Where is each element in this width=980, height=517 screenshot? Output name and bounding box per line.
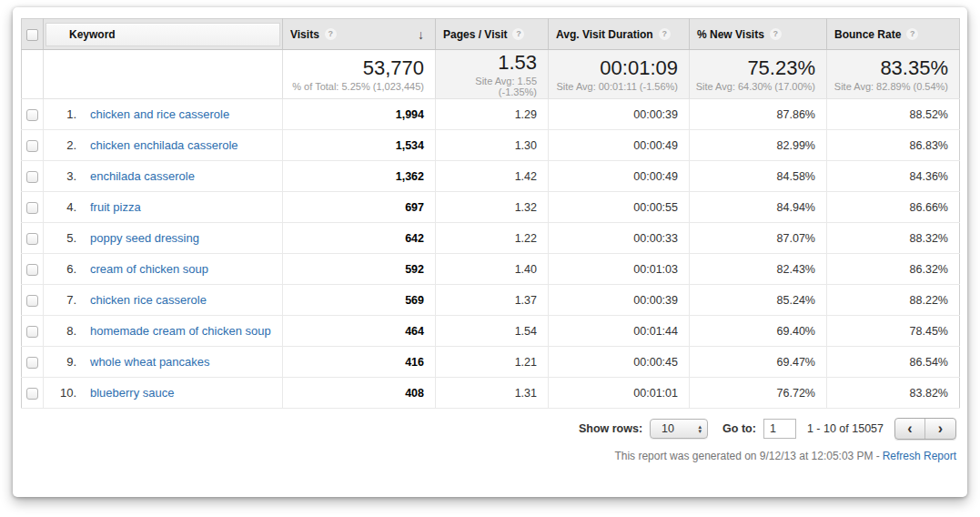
column-header-visits[interactable]: Visits ? ↓ <box>283 19 436 50</box>
table-row: 6.cream of chicken soup5921.4000:01:0382… <box>22 254 960 285</box>
row-range-text: 1 - 10 of 15057 <box>807 422 884 435</box>
table-row: 9.whole wheat pancakes4161.2100:00:4569.… <box>22 347 960 378</box>
row-checkbox[interactable] <box>26 233 38 245</box>
summary-visits-subtext: % of Total: 5.25% (1,023,445) <box>283 81 435 92</box>
row-rank: 1. <box>55 107 76 121</box>
table-body: 1.chicken and rice casserole1,9941.2900:… <box>22 99 960 409</box>
summary-bounce-value: 83.35% <box>827 57 959 79</box>
row-rank: 9. <box>55 355 76 369</box>
help-icon[interactable]: ? <box>512 28 524 40</box>
show-rows-select[interactable]: 10 ▴▾ <box>650 419 708 439</box>
keyword-link[interactable]: chicken rice casserole <box>90 293 207 307</box>
pct-new-visits-cell: 82.99% <box>690 130 827 161</box>
keyword-link[interactable]: enchilada casserole <box>90 169 195 183</box>
row-checkbox[interactable] <box>26 326 38 338</box>
help-icon[interactable]: ? <box>325 28 337 40</box>
avg-visit-duration-cell: 00:01:03 <box>549 254 690 285</box>
show-rows-label: Show rows: <box>579 422 642 435</box>
bounce-rate-cell: 86.54% <box>827 347 960 378</box>
visits-cell: 642 <box>283 223 436 254</box>
keyword-cell: 1.chicken and rice casserole <box>44 99 283 130</box>
report-card: Keyword Visits ? ↓ Pages / Visit ? <box>13 7 967 497</box>
help-icon[interactable]: ? <box>770 28 782 40</box>
keyword-cell: 4.fruit pizza <box>44 192 283 223</box>
sort-desc-icon: ↓ <box>418 27 424 42</box>
avg-visit-duration-cell: 00:00:49 <box>549 161 690 192</box>
pages-per-visit-cell: 1.29 <box>436 99 549 130</box>
column-header-avg-visit-duration[interactable]: Avg. Visit Duration ? <box>549 19 690 50</box>
avg-visit-duration-cell: 00:00:39 <box>549 99 690 130</box>
summary-pages-value: 1.53 <box>436 52 548 74</box>
row-rank: 3. <box>55 169 76 183</box>
refresh-report-link[interactable]: Refresh Report <box>883 450 956 462</box>
keyword-dimension-button[interactable]: Keyword <box>45 23 280 46</box>
avg-visit-duration-cell: 00:00:55 <box>549 192 690 223</box>
keyword-link[interactable]: fruit pizza <box>90 200 141 214</box>
keyword-link[interactable]: chicken enchilada casserole <box>90 138 238 152</box>
pages-per-visit-cell: 1.21 <box>436 347 549 378</box>
keyword-cell: 10.blueberry sauce <box>44 378 283 409</box>
row-checkbox-cell <box>22 192 44 223</box>
table-row: 5.poppy seed dressing6421.2200:00:3387.0… <box>22 223 960 254</box>
keyword-link[interactable]: chicken and rice casserole <box>90 107 229 121</box>
column-header-bounce-rate[interactable]: Bounce Rate ? <box>827 19 960 50</box>
generated-text: This report was generated on 9/12/13 at … <box>614 450 873 462</box>
row-rank: 8. <box>55 324 76 338</box>
keyword-link[interactable]: homemade cream of chicken soup <box>90 324 271 338</box>
row-checkbox[interactable] <box>26 264 38 276</box>
row-checkbox[interactable] <box>26 109 38 121</box>
pages-per-visit-cell: 1.32 <box>436 192 549 223</box>
summary-new-visits-value: 75.23% <box>690 57 826 79</box>
summary-pages-subtext: Site Avg: 1.55 (-1.35%) <box>436 76 548 97</box>
column-header-pages-per-visit[interactable]: Pages / Visit ? <box>436 19 549 50</box>
pct-new-visits-cell: 82.43% <box>690 254 827 285</box>
visits-cell: 697 <box>283 192 436 223</box>
row-checkbox[interactable] <box>26 171 38 183</box>
visits-cell: 569 <box>283 285 436 316</box>
row-checkbox[interactable] <box>26 140 38 152</box>
keyword-cell: 5.poppy seed dressing <box>44 223 283 254</box>
keyword-cell: 8.homemade cream of chicken soup <box>44 316 283 347</box>
pages-per-visit-cell: 1.40 <box>436 254 549 285</box>
summary-row: 53,770 % of Total: 5.25% (1,023,445) 1.5… <box>22 50 960 99</box>
table-row: 7.chicken rice casserole5691.3700:00:398… <box>22 285 960 316</box>
pages-per-visit-cell: 1.30 <box>436 130 549 161</box>
summary-keyword-cell <box>44 50 283 99</box>
avg-visit-duration-cell: 00:01:01 <box>549 378 690 409</box>
column-header-pct-new-visits[interactable]: % New Visits ? <box>690 19 827 50</box>
help-icon[interactable]: ? <box>906 28 918 40</box>
column-label: Visits <box>290 28 319 41</box>
summary-duration-subtext: Site Avg: 00:01:11 (-1.56%) <box>549 81 689 92</box>
prev-page-button[interactable]: ‹ <box>895 419 925 439</box>
keyword-link[interactable]: cream of chicken soup <box>90 262 208 276</box>
table-row: 2.chicken enchilada casserole1,5341.3000… <box>22 130 960 161</box>
summary-duration-value: 00:01:09 <box>549 57 689 79</box>
avg-visit-duration-cell: 00:00:45 <box>549 347 690 378</box>
keyword-link[interactable]: blueberry sauce <box>90 386 175 400</box>
header-row: Keyword Visits ? ↓ Pages / Visit ? <box>22 19 960 50</box>
pages-per-visit-cell: 1.37 <box>436 285 549 316</box>
avg-visit-duration-cell: 00:01:44 <box>549 316 690 347</box>
row-checkbox[interactable] <box>26 388 38 400</box>
keyword-link[interactable]: whole wheat pancakes <box>90 355 210 369</box>
keywords-table: Keyword Visits ? ↓ Pages / Visit ? <box>21 18 960 409</box>
select-all-checkbox[interactable] <box>26 29 38 41</box>
row-checkbox[interactable] <box>26 202 38 214</box>
bounce-rate-cell: 86.83% <box>827 130 960 161</box>
pages-per-visit-cell: 1.31 <box>436 378 549 409</box>
next-page-button[interactable]: › <box>925 419 955 439</box>
goto-page-input[interactable] <box>763 419 796 439</box>
bounce-rate-cell: 84.36% <box>827 161 960 192</box>
bounce-rate-cell: 88.52% <box>827 99 960 130</box>
visits-cell: 592 <box>283 254 436 285</box>
help-icon[interactable]: ? <box>659 28 671 40</box>
row-checkbox[interactable] <box>26 295 38 307</box>
keyword-link[interactable]: poppy seed dressing <box>90 231 199 245</box>
visits-cell: 464 <box>283 316 436 347</box>
column-label: Avg. Visit Duration <box>556 28 653 41</box>
pagination-bar: Show rows: 10 ▴▾ Go to: 1 - 10 of 15057 … <box>13 418 956 440</box>
row-checkbox-cell <box>22 130 44 161</box>
pct-new-visits-cell: 87.86% <box>690 99 827 130</box>
keyword-cell: 6.cream of chicken soup <box>44 254 283 285</box>
row-checkbox[interactable] <box>26 357 38 369</box>
